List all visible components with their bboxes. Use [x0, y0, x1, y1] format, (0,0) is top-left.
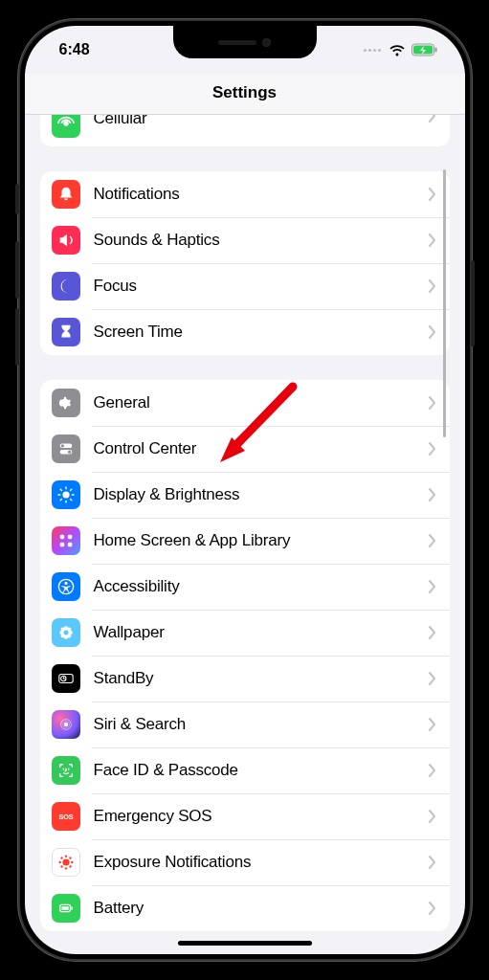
svg-point-46 [60, 857, 62, 858]
mute-switch [15, 184, 19, 214]
svg-point-43 [64, 867, 66, 869]
row-label: Cellular [94, 115, 429, 128]
settings-row-standby[interactable]: StandBy [40, 656, 450, 702]
chevron-right-icon [429, 188, 436, 201]
svg-rect-52 [61, 906, 68, 910]
row-label: Home Screen & App Library [94, 531, 429, 550]
settings-row-battery[interactable]: Battery [40, 885, 450, 931]
row-label: Screen Time [94, 323, 429, 342]
chevron-right-icon [429, 580, 436, 593]
settings-row-sounds[interactable]: Sounds & Haptics [40, 217, 450, 263]
switches-icon [52, 434, 80, 463]
settings-row-homescreen[interactable]: Home Screen & App Library [40, 518, 450, 564]
settings-list[interactable]: Cellular Notifications Sounds [25, 115, 465, 938]
siri-icon [52, 710, 80, 739]
chevron-right-icon [429, 442, 436, 456]
svg-rect-51 [71, 906, 72, 910]
row-label: Control Center [94, 439, 429, 458]
settings-row-focus[interactable]: Focus [40, 263, 450, 309]
chevron-right-icon [429, 396, 436, 410]
hourglass-icon [52, 318, 80, 346]
status-time: 6:48 [59, 41, 90, 58]
row-label: StandBy [94, 669, 429, 688]
chevron-right-icon [429, 902, 436, 915]
settings-row-cellular[interactable]: Cellular [40, 115, 450, 146]
svg-point-47 [69, 857, 71, 858]
status-right [364, 43, 438, 56]
volume-down-button [15, 308, 19, 366]
svg-point-41 [62, 858, 69, 865]
row-label: Wallpaper [94, 623, 429, 642]
page-title: Settings [25, 74, 465, 115]
svg-point-45 [71, 861, 73, 863]
chevron-right-icon [429, 718, 436, 731]
settings-row-wallpaper[interactable]: Wallpaper [40, 610, 450, 656]
battery-icon-row [52, 894, 80, 923]
chevron-right-icon [429, 279, 436, 293]
sos-text-icon: SOS [52, 802, 80, 831]
settings-row-faceid[interactable]: Face ID & Passcode [40, 747, 450, 793]
app-switcher-dots [364, 49, 381, 52]
phone-frame: 6:48 Settings Cellular [20, 21, 470, 959]
chevron-right-icon [429, 764, 436, 777]
moon-icon [52, 272, 80, 301]
row-label: General [94, 393, 429, 412]
settings-group: General Control Center Display & Brightn… [40, 380, 450, 931]
chevron-right-icon [429, 325, 436, 339]
power-button [471, 260, 475, 346]
settings-row-exposure[interactable]: Exposure Notifications [40, 839, 450, 885]
gear-icon [52, 389, 80, 417]
svg-point-4 [60, 444, 63, 447]
svg-point-48 [60, 865, 62, 867]
svg-point-44 [58, 861, 60, 863]
wifi-icon [389, 44, 406, 56]
settings-row-siri[interactable]: Siri & Search [40, 702, 450, 747]
chevron-right-icon [429, 810, 436, 823]
svg-point-21 [64, 582, 67, 585]
home-indicator[interactable] [178, 941, 312, 946]
battery-charging-icon [411, 43, 438, 56]
svg-point-7 [62, 491, 69, 498]
scroll-indicator[interactable] [443, 169, 446, 437]
flower-icon [52, 618, 80, 647]
speaker [218, 40, 256, 45]
row-label: Battery [94, 899, 429, 918]
settings-row-notifications[interactable]: Notifications [40, 171, 450, 217]
svg-line-15 [70, 489, 71, 490]
svg-point-37 [63, 723, 68, 727]
settings-row-screentime[interactable]: Screen Time [40, 309, 450, 355]
chevron-right-icon [429, 856, 436, 869]
svg-text:SOS: SOS [58, 813, 73, 821]
chevron-right-icon [429, 234, 436, 247]
virus-icon [52, 848, 80, 877]
svg-rect-18 [59, 543, 63, 547]
person-icon [52, 572, 80, 601]
settings-row-display[interactable]: Display & Brightness [40, 472, 450, 518]
svg-line-13 [70, 500, 71, 501]
svg-line-14 [60, 500, 61, 501]
svg-rect-2 [434, 48, 436, 53]
settings-row-controlcenter[interactable]: Control Center [40, 426, 450, 472]
row-label: Face ID & Passcode [94, 761, 429, 780]
sun-icon [52, 480, 80, 509]
svg-point-42 [64, 856, 66, 858]
row-label: Exposure Notifications [94, 853, 429, 872]
volume-up-button [15, 241, 19, 299]
settings-row-general[interactable]: General [40, 380, 450, 426]
svg-rect-16 [59, 535, 63, 540]
chevron-right-icon [429, 488, 436, 501]
chevron-right-icon [429, 672, 436, 685]
chevron-right-icon [429, 115, 436, 122]
front-camera [262, 38, 271, 47]
antenna-icon [52, 115, 80, 138]
settings-row-accessibility[interactable]: Accessibility [40, 564, 450, 610]
svg-rect-19 [67, 543, 72, 547]
row-label: Notifications [94, 185, 429, 204]
faceid-icon [52, 756, 80, 785]
settings-row-sos[interactable]: SOS Emergency SOS [40, 793, 450, 839]
chevron-right-icon [429, 534, 436, 547]
row-label: Accessibility [94, 577, 429, 596]
settings-group: Notifications Sounds & Haptics Focus [40, 171, 450, 355]
svg-point-49 [69, 865, 71, 867]
svg-point-30 [63, 631, 68, 635]
